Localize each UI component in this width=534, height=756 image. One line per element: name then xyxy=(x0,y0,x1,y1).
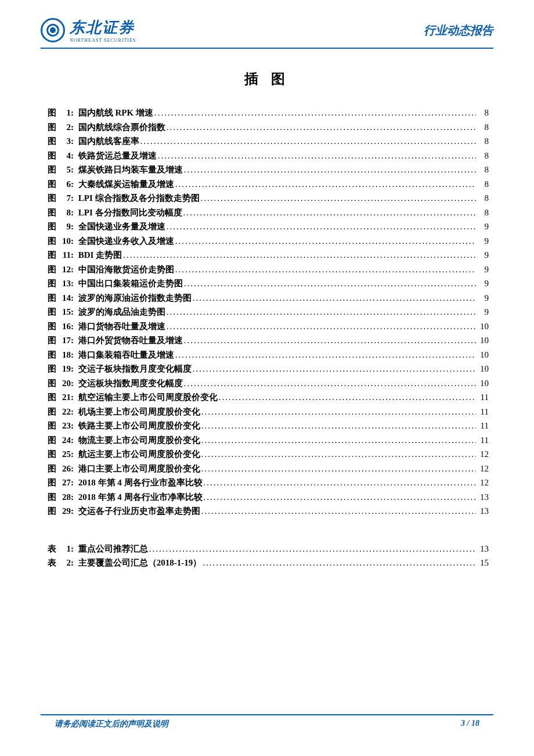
toc-page: 15 xyxy=(477,556,489,570)
toc-entry: 图3: 国内航线客座率.............................… xyxy=(48,134,489,149)
toc-number: 19: xyxy=(56,362,74,376)
toc-page: 10 xyxy=(477,362,489,376)
toc-leader-dots: ........................................… xyxy=(184,376,476,391)
footer-divider xyxy=(41,714,493,715)
toc-prefix: 图 xyxy=(48,262,56,277)
toc-leader-dots: ........................................… xyxy=(175,177,476,192)
toc-number: 21: xyxy=(56,390,74,405)
toc-label: 大秦线煤炭运输量及增速 xyxy=(76,177,174,192)
logo: 东北证券 NORTHEAST SECURITIES xyxy=(41,17,136,43)
toc-prefix: 图 xyxy=(48,191,56,206)
toc-page: 10 xyxy=(477,333,489,348)
toc-entry: 图6: 大秦线煤炭运输量及增速.........................… xyxy=(48,177,489,192)
toc-page: 12 xyxy=(477,476,489,490)
toc-number: 27: xyxy=(56,476,74,490)
toc-entry: 图24: 物流主要上市公司周度股价变化.....................… xyxy=(48,433,489,448)
toc-number: 26: xyxy=(56,462,74,476)
toc-leader-dots: ........................................… xyxy=(201,447,476,462)
toc-page: 13 xyxy=(477,542,489,556)
toc-page: 11 xyxy=(477,419,489,433)
toc-label: LPI 综合指数及各分指数走势图 xyxy=(76,191,200,206)
toc-label: BDI 走势图 xyxy=(76,248,122,262)
toc-entry: 图8: LPI 各分指数同比变动幅度......................… xyxy=(48,206,489,220)
toc-prefix: 图 xyxy=(48,134,56,149)
toc-leader-dots: ........................................… xyxy=(219,390,476,405)
toc-number: 1: xyxy=(56,106,74,120)
toc-number: 8: xyxy=(56,206,74,220)
toc-number: 25: xyxy=(56,447,74,462)
toc-prefix: 图 xyxy=(48,333,56,348)
toc-label: 重点公司推荐汇总 xyxy=(76,542,148,556)
toc-entry: 图25: 航运主要上市公司周度股价变化.....................… xyxy=(48,447,489,462)
logo-icon xyxy=(41,18,65,42)
toc-prefix: 图 xyxy=(48,419,56,433)
toc-prefix: 图 xyxy=(48,305,56,319)
toc-prefix: 图 xyxy=(48,390,56,405)
toc-prefix: 图 xyxy=(48,433,56,448)
table-of-contents: 图1: 国内航线 RPK 增速.........................… xyxy=(0,88,534,570)
toc-number: 23: xyxy=(56,419,74,433)
toc-leader-dots: ........................................… xyxy=(201,405,476,419)
toc-page: 12 xyxy=(477,462,489,476)
toc-number: 12: xyxy=(56,262,74,277)
toc-leader-dots: ........................................… xyxy=(184,276,476,291)
toc-leader-dots: ........................................… xyxy=(167,219,476,234)
toc-prefix: 图 xyxy=(48,405,56,419)
toc-label: 航运主要上市公司周度股价变化 xyxy=(76,447,200,462)
toc-page: 13 xyxy=(477,504,489,519)
toc-leader-dots: ........................................… xyxy=(175,234,476,249)
toc-entry: 图27: 2018 年第 4 周各行业市盈率比较................… xyxy=(48,476,489,490)
toc-leader-dots: ........................................… xyxy=(201,504,476,519)
toc-leader-dots: ........................................… xyxy=(183,206,476,220)
toc-label: 波罗的海成品油走势图 xyxy=(76,305,165,319)
toc-number: 28: xyxy=(56,490,74,505)
toc-leader-dots: ........................................… xyxy=(149,542,476,556)
toc-leader-dots: ........................................… xyxy=(204,476,477,490)
page-footer: 请务必阅读正文后的声明及说明 3 / 18 xyxy=(41,714,493,729)
toc-label: 港口主要上市公司周度股价变化 xyxy=(76,462,200,476)
toc-number: 22: xyxy=(56,405,74,419)
toc-number: 14: xyxy=(56,291,74,305)
toc-leader-dots: ........................................… xyxy=(123,248,476,262)
toc-label: 波罗的海原油运价指数走势图 xyxy=(76,291,192,305)
section-title: 插 图 xyxy=(0,70,534,88)
toc-entry: 图15: 波罗的海成品油走势图.........................… xyxy=(48,305,489,319)
header-divider xyxy=(41,48,493,49)
toc-label: 铁路主要上市公司周度股价变化 xyxy=(76,419,200,433)
toc-prefix: 图 xyxy=(48,276,56,291)
toc-entry: 图19: 交运子板块指数月度变化幅度......................… xyxy=(48,362,489,376)
page-header: 东北证券 NORTHEAST SECURITIES 行业动态报告 xyxy=(0,0,534,43)
toc-label: 物流主要上市公司周度股价变化 xyxy=(76,433,200,448)
toc-page: 10 xyxy=(477,348,489,362)
toc-label: 全国快递业务收入及增速 xyxy=(76,234,174,249)
toc-label: 交运子板块指数月度变化幅度 xyxy=(76,362,192,376)
toc-label: 国内航线综合票价指数 xyxy=(76,120,165,135)
toc-leader-dots: ........................................… xyxy=(201,191,476,206)
toc-entry: 图4: 铁路货运总量及增速...........................… xyxy=(48,149,489,163)
toc-entry: 图17: 港口外贸货物吞吐量及增速.......................… xyxy=(48,333,489,348)
toc-label: 全国快递业务量及增速 xyxy=(76,219,165,234)
toc-number: 15: xyxy=(56,305,74,319)
toc-entry: 图2: 国内航线综合票价指数..........................… xyxy=(48,120,489,135)
toc-entry: 图22: 机场主要上市公司周度股价变化.....................… xyxy=(48,405,489,419)
toc-label: 机场主要上市公司周度股价变化 xyxy=(76,405,200,419)
toc-page: 9 xyxy=(477,262,489,277)
logo-cn: 东北证券 xyxy=(70,17,136,38)
toc-prefix: 图 xyxy=(48,149,56,163)
toc-page: 12 xyxy=(477,447,489,462)
toc-prefix: 图 xyxy=(48,462,56,476)
toc-label: 港口外贸货物吞吐量及增速 xyxy=(76,333,183,348)
toc-page: 8 xyxy=(477,206,489,220)
toc-prefix: 图 xyxy=(48,490,56,505)
toc-prefix: 图 xyxy=(48,476,56,490)
toc-number: 20: xyxy=(56,376,74,391)
toc-entry: 图16: 港口货物吞吐量及增速.........................… xyxy=(48,319,489,334)
toc-label: LPI 各分指数同比变动幅度 xyxy=(76,206,182,220)
toc-prefix: 图 xyxy=(48,163,56,177)
logo-en: NORTHEAST SECURITIES xyxy=(70,38,136,43)
toc-number: 18: xyxy=(56,348,74,362)
toc-prefix: 图 xyxy=(48,362,56,376)
toc-entry: 图21: 航空运输主要上市公司周度股价变化...................… xyxy=(48,390,489,405)
toc-prefix: 图 xyxy=(48,348,56,362)
toc-page: 13 xyxy=(477,490,489,505)
